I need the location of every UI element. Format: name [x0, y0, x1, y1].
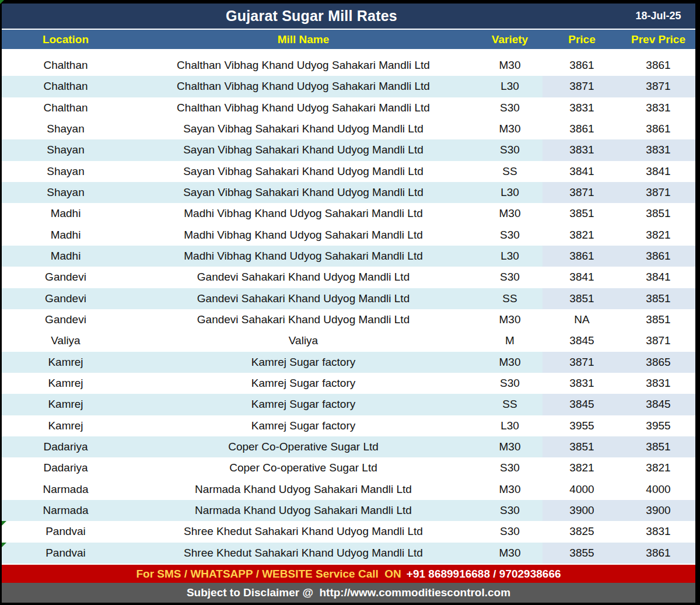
table-row: Valiya Valiya M 3845 3871 [2, 330, 695, 351]
cell-prev-price: 3851 [621, 309, 695, 330]
green-corner-flag-icon [2, 543, 6, 547]
cell-mill-name: Madhi Vibhag Khand Udyog Sahakari Mandli… [130, 225, 477, 246]
cell-price: 3831 [542, 373, 621, 394]
cell-price: 3831 [542, 97, 621, 118]
cell-location: Madhi [2, 225, 130, 246]
cell-variety: S30 [477, 97, 542, 118]
cell-location: Dadariya [2, 457, 130, 478]
cell-location: Gandevi [2, 267, 130, 288]
cell-mill-name: Narmada Khand Udyog Sahakari Mandli Ltd [130, 500, 477, 521]
cell-prev-price: 4000 [621, 479, 695, 500]
cell-mill-name: Chalthan Vibhag Khand Udyog Sahakari Man… [130, 97, 477, 118]
cell-location: Narmada [2, 479, 130, 500]
cell-location: Narmada [2, 500, 130, 521]
table-row: Gandevi Gandevi Sahakari Khand Udyog Man… [2, 267, 695, 288]
cell-variety: M30 [477, 479, 542, 500]
cell-variety: L30 [477, 76, 542, 97]
table-row: Chalthan Chalthan Vibhag Khand Udyog Sah… [2, 76, 695, 97]
cell-variety: M30 [477, 118, 542, 139]
table-row: Narmada Narmada Khand Udyog Sahakari Man… [2, 479, 695, 500]
cell-location: Shayan [2, 161, 130, 182]
table-row: Narmada Narmada Khand Udyog Sahakari Man… [2, 500, 695, 521]
cell-mill-name: Kamrej Sugar factory [130, 394, 477, 415]
cell-variety: S30 [477, 521, 542, 542]
cell-price: 3861 [542, 55, 621, 76]
cell-price: 3851 [542, 288, 621, 309]
cell-price: 3955 [542, 415, 621, 436]
cell-mill-name: Kamrej Sugar factory [130, 415, 477, 436]
cell-prev-price: 3831 [621, 139, 695, 160]
table-row: Shayan Sayan Vibhag Sahakari Khand Udyog… [2, 161, 695, 182]
cell-price: NA [542, 309, 621, 330]
cell-prev-price: 3851 [621, 288, 695, 309]
cell-variety: S30 [477, 267, 542, 288]
cell-location: Kamrej [2, 394, 130, 415]
cell-prev-price: 3841 [621, 267, 695, 288]
cell-variety: S30 [477, 373, 542, 394]
cell-prev-price: 3845 [621, 394, 695, 415]
cell-price: 3871 [542, 182, 621, 203]
table-body: Chalthan Chalthan Vibhag Khand Udyog Sah… [2, 55, 695, 564]
cell-prev-price: 3955 [621, 415, 695, 436]
cell-location: Shayan [2, 118, 130, 139]
cell-prev-price: 3861 [621, 118, 695, 139]
cell-variety: S30 [477, 500, 542, 521]
cell-mill-name: Gandevi Sahakari Khand Udyog Mandli Ltd [130, 309, 477, 330]
cell-mill-name: Kamrej Sugar factory [130, 373, 477, 394]
cell-variety: S30 [477, 457, 542, 478]
table-row: Madhi Madhi Vibhag Khand Udyog Sahakari … [2, 246, 695, 267]
cell-variety: M30 [477, 203, 542, 224]
cell-price: 3845 [542, 330, 621, 351]
cell-prev-price: 3871 [621, 182, 695, 203]
cell-price: 3821 [542, 457, 621, 478]
rates-report-page: Gujarat Sugar Mill Rates 18-Jul-25 Locat… [0, 0, 700, 605]
cell-mill-name: Sayan Vibhag Sahakari Khand Udyog Mandli… [130, 118, 477, 139]
cell-location: Pandvai [2, 521, 130, 542]
cell-variety: L30 [477, 415, 542, 436]
cell-variety: SS [477, 394, 542, 415]
cell-location: Kamrej [2, 415, 130, 436]
cell-location: Valiya [2, 330, 130, 351]
cell-price: 3871 [542, 352, 621, 373]
cell-price: 3841 [542, 161, 621, 182]
cell-prev-price: 3861 [621, 543, 695, 564]
disclaimer-text: Subject to Disclaimer @ http://www.commo… [187, 586, 510, 599]
cell-variety: L30 [477, 182, 542, 203]
cell-prev-price: 3900 [621, 500, 695, 521]
cell-prev-price: 3851 [621, 436, 695, 457]
table-row: Madhi Madhi Vibhag Khand Udyog Sahakari … [2, 225, 695, 246]
cell-mill-name: Coper Co-operative Sugar Ltd [130, 457, 477, 478]
cell-price: 3821 [542, 225, 621, 246]
cell-mill-name: Kamrej Sugar factory [130, 352, 477, 373]
cell-mill-name: Shree Khedut Sahakari Khand Udyog Mandli… [130, 543, 477, 564]
cell-location: Kamrej [2, 373, 130, 394]
table-row: Kamrej Kamrej Sugar factory SS 3845 3845 [2, 394, 695, 415]
service-phone-numbers: +91 8689916688 / 9702938666 [407, 568, 561, 580]
cell-prev-price: 3865 [621, 352, 695, 373]
green-corner-flag-icon [2, 521, 6, 526]
cell-prev-price: 3871 [621, 76, 695, 97]
table-row: Kamrej Kamrej Sugar factory L30 3955 395… [2, 415, 695, 436]
cell-mill-name: Valiya [130, 330, 477, 351]
cell-prev-price: 3861 [621, 55, 695, 76]
cell-mill-name: Chalthan Vibhag Khand Udyog Sahakari Man… [130, 55, 477, 76]
column-header-price: Price [542, 33, 621, 46]
cell-mill-name: Coper Co-Operative Sugar Ltd [130, 436, 477, 457]
cell-mill-name: Narmada Khand Udyog Sahakari Mandli Ltd [130, 479, 477, 500]
cell-mill-name: Chalthan Vibhag Khand Udyog Sahakari Man… [130, 76, 477, 97]
cell-prev-price: 3821 [621, 225, 695, 246]
cell-variety: M30 [477, 543, 542, 564]
cell-prev-price: 3861 [621, 246, 695, 267]
cell-location: Shayan [2, 182, 130, 203]
cell-location: Chalthan [2, 76, 130, 97]
table-header-row: Location Mill Name Variety Price Prev Pr… [2, 30, 695, 49]
green-corner-flag-icon [0, 0, 4, 4]
cell-mill-name: Madhi Vibhag Khand Udyog Sahakari Mandli… [130, 203, 477, 224]
cell-price: 3841 [542, 267, 621, 288]
cell-mill-name: Sayan Vibhag Sahakari Khand Udyog Mandli… [130, 139, 477, 160]
cell-prev-price: 3841 [621, 161, 695, 182]
cell-price: 3851 [542, 436, 621, 457]
table-row: Shayan Sayan Vibhag Sahakari Khand Udyog… [2, 139, 695, 160]
cell-location: Chalthan [2, 55, 130, 76]
report-body: Gujarat Sugar Mill Rates 18-Jul-25 Locat… [2, 4, 695, 603]
